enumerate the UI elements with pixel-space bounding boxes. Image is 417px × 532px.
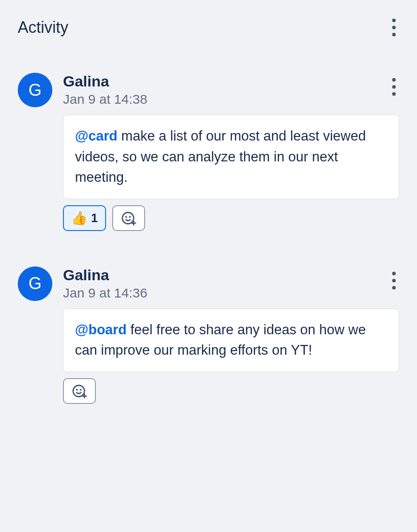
add-reaction-button[interactable] [63,378,96,404]
author-name: Galina [63,73,147,90]
mention-link[interactable]: @board [75,322,126,337]
comment-body: @board feel free to share any ideas on h… [63,309,399,372]
section-menu-button[interactable] [389,13,399,42]
author-info: Galina Jan 9 at 14:36 [63,266,147,309]
kebab-dot-icon [392,85,396,89]
author-row: Galina Jan 9 at 14:36 [63,266,399,309]
add-emoji-icon [121,211,136,226]
svg-point-2 [130,216,130,217]
author-row: Galina Jan 9 at 14:38 [63,73,399,115]
kebab-dot-icon [392,286,396,289]
activity-item: G Galina Jan 9 at 14:36 @board feel free… [18,266,399,404]
activity-content: Galina Jan 9 at 14:38 @card make a list … [63,73,399,231]
kebab-dot-icon [392,78,396,82]
svg-point-5 [73,385,85,397]
kebab-dot-icon [392,92,396,96]
comment-timestamp: Jan 9 at 14:36 [63,286,147,301]
kebab-dot-icon [392,279,396,282]
reactions-row: 👍 1 [63,205,399,231]
svg-point-0 [122,212,134,224]
kebab-dot-icon [392,19,396,22]
author-name: Galina [63,266,147,284]
add-emoji-icon [72,383,87,399]
svg-point-7 [80,389,81,390]
comment-body: @card make a list of our most and least … [63,115,399,199]
add-reaction-button[interactable] [112,205,145,231]
avatar[interactable]: G [18,73,52,107]
activity-item: G Galina Jan 9 at 14:38 @card make a lis… [18,73,399,231]
kebab-dot-icon [392,26,396,29]
comment-menu-button[interactable] [389,266,399,295]
svg-point-6 [77,389,77,390]
comment-timestamp: Jan 9 at 14:38 [63,92,147,107]
avatar[interactable]: G [18,266,52,301]
comment-text: make a list of our most and least viewed… [75,128,366,185]
reactions-row [63,378,399,404]
activity-content: Galina Jan 9 at 14:36 @board feel free t… [63,266,399,404]
kebab-dot-icon [392,272,396,275]
comment-menu-button[interactable] [389,73,399,101]
thumbs-up-icon: 👍 [71,210,87,226]
reaction-count: 1 [91,211,98,225]
author-info: Galina Jan 9 at 14:38 [63,73,147,115]
mention-link[interactable]: @card [75,128,118,144]
section-title: Activity [18,18,68,37]
svg-point-1 [126,216,126,217]
activity-header: Activity [18,13,399,42]
reaction-button[interactable]: 👍 1 [63,205,106,231]
kebab-dot-icon [392,33,396,36]
